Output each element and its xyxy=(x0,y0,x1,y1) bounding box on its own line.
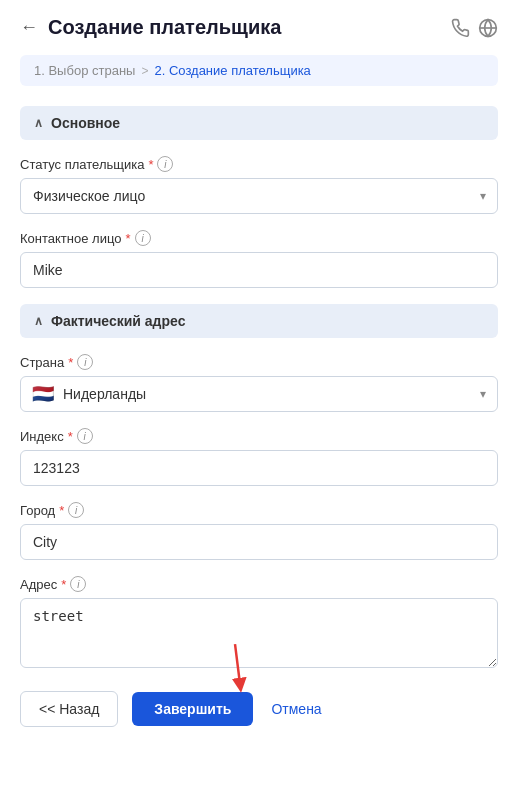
city-label: Город* i xyxy=(20,502,498,518)
city-input[interactable] xyxy=(20,524,498,560)
breadcrumb: 1. Выбор страны > 2. Создание плательщик… xyxy=(20,55,498,86)
zip-field-group: Индекс* i xyxy=(20,428,498,486)
zip-input[interactable] xyxy=(20,450,498,486)
address-label: Адрес* i xyxy=(20,576,498,592)
globe-icon xyxy=(478,18,498,38)
contact-input[interactable] xyxy=(20,252,498,288)
zip-label: Индекс* i xyxy=(20,428,498,444)
phone-icon xyxy=(450,18,470,38)
breadcrumb-step2: 2. Создание плательщика xyxy=(154,63,310,78)
section-address-header[interactable]: ∧ Фактический адрес xyxy=(20,304,498,338)
section-address-chevron: ∧ xyxy=(34,314,43,328)
address-info-icon[interactable]: i xyxy=(70,576,86,592)
status-label: Статус плательщика* i xyxy=(20,156,498,172)
breadcrumb-separator: > xyxy=(141,64,148,78)
section-basic-header[interactable]: ∧ Основное xyxy=(20,106,498,140)
page-header: ← Создание плательщика xyxy=(20,16,498,39)
zip-info-icon[interactable]: i xyxy=(77,428,93,444)
status-info-icon[interactable]: i xyxy=(157,156,173,172)
status-field-group: Статус плательщика* i Физическое лицо Юр… xyxy=(20,156,498,214)
contact-label: Контактное лицо* i xyxy=(20,230,498,246)
finish-button[interactable]: Завершить xyxy=(132,692,253,726)
city-info-icon[interactable]: i xyxy=(68,502,84,518)
country-info-icon[interactable]: i xyxy=(77,354,93,370)
contact-info-icon[interactable]: i xyxy=(135,230,151,246)
page-title: Создание плательщика xyxy=(48,16,440,39)
country-field-group: Страна* i 🇳🇱 Нидерланды ▾ xyxy=(20,354,498,412)
contact-field-group: Контактное лицо* i xyxy=(20,230,498,288)
svg-line-3 xyxy=(219,644,257,685)
section-basic-chevron: ∧ xyxy=(34,116,43,130)
breadcrumb-step1: 1. Выбор страны xyxy=(34,63,135,78)
cancel-button[interactable]: Отмена xyxy=(267,692,325,726)
status-select-wrapper: Физическое лицо Юридическое лицо ▾ xyxy=(20,178,498,214)
country-select-wrapper: 🇳🇱 Нидерланды ▾ xyxy=(20,376,498,412)
country-select[interactable]: Нидерланды xyxy=(20,376,498,412)
back-button[interactable]: ← xyxy=(20,17,38,38)
status-select[interactable]: Физическое лицо Юридическое лицо xyxy=(20,178,498,214)
section-address-label: Фактический адрес xyxy=(51,313,185,329)
country-label: Страна* i xyxy=(20,354,498,370)
footer-actions: << Назад Завершить Отмена xyxy=(20,691,498,727)
section-basic-label: Основное xyxy=(51,115,120,131)
back-button[interactable]: << Назад xyxy=(20,691,118,727)
city-field-group: Город* i xyxy=(20,502,498,560)
header-icons xyxy=(450,18,498,38)
